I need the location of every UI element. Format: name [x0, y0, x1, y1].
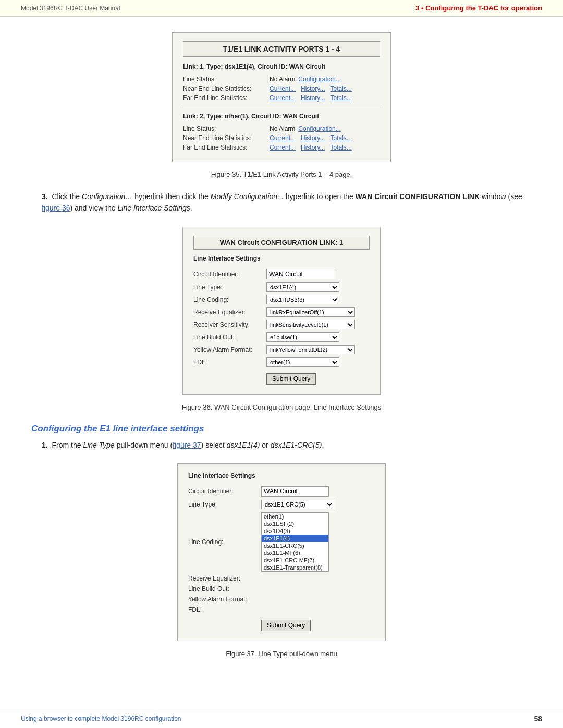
fig37-yellow-alarm-label: Yellow Alarm Format: — [188, 594, 261, 604]
step3-wan-bold: WAN Circuit CONFIGURATION LINK — [356, 192, 480, 201]
figure37-box: Line Interface Settings Circuit Identifi… — [177, 463, 386, 641]
dropdown-option-esf[interactable]: dsx1ESF(2) — [262, 520, 328, 527]
figure36-caption: Figure 36. WAN Circuit Configuration pag… — [31, 403, 532, 411]
figure35-title: T1/E1 LINK ACTIVITY PORTS 1 - 4 — [183, 41, 380, 57]
step3-config-italic: Configuration… — [82, 192, 132, 201]
figure36-container: WAN Circuit CONFIGURATION LINK: 1 Line I… — [31, 227, 532, 400]
link1-no-alarm: No Alarm — [270, 76, 295, 83]
link2-far-totals-link[interactable]: Totals... — [330, 144, 351, 151]
fdl-select[interactable]: other(1) — [266, 357, 339, 367]
line-type-label: Line Type: — [193, 281, 266, 293]
dropdown-option-e1mf6[interactable]: dsx1E1-MF(6) — [262, 549, 328, 557]
step1-container: 1. From the Line Type pull-down menu (fi… — [42, 439, 532, 451]
step3-line-settings-italic: Line Interface Settings — [118, 204, 190, 212]
step1-option2: dsx1E1-CRC(5) — [271, 441, 322, 449]
figure35-caption: Figure 35. T1/E1 Link Activity Ports 1 –… — [31, 170, 532, 178]
link2-near-totals-link[interactable]: Totals... — [330, 134, 351, 142]
step3-number: 3. — [42, 192, 48, 201]
receiver-sensitivity-select[interactable]: linkSensitivityLevel1(1) — [266, 320, 355, 329]
link1-far-current-link[interactable]: Current... — [270, 94, 296, 102]
line-build-out-select[interactable]: e1pulse(1) — [266, 332, 339, 342]
fig37-circuit-identifier-input[interactable] — [261, 486, 329, 497]
header-right-text: 3 • Configuring the T-DAC for operation — [415, 4, 542, 12]
step1-line-type-italic: Line Type — [83, 441, 114, 449]
receive-equalizer-select[interactable]: linkRxEqualizerOff(1) — [266, 307, 355, 317]
fig37-line-type-select[interactable]: dsx1E1-CRC(5) — [261, 500, 334, 509]
link1-row2-label: Near End Line Statistics: — [183, 85, 266, 92]
link1-far-history-link[interactable]: History... — [301, 94, 325, 102]
link2-row3: Far End Line Statistics: Current... Hist… — [183, 144, 380, 151]
table-row: Yellow Alarm Format: — [188, 594, 375, 604]
fig37-receive-eq-label: Receive Equalizer: — [188, 573, 261, 584]
fig37-line-type-label: Line Type: — [188, 498, 261, 511]
fig37-line-build-label: Line Build Out: — [188, 584, 261, 594]
table-row: Line Type: dsx1E1-CRC(5) — [188, 498, 375, 511]
link1-near-totals-link[interactable]: Totals... — [330, 85, 351, 92]
figure37-ref-link[interactable]: figure 37 — [173, 441, 201, 449]
dropdown-option-e1transparent8[interactable]: dsx1E1-Transparent(8) — [262, 564, 328, 571]
page-header: Model 3196RC T-DAC User Manual 3 • Confi… — [0, 0, 563, 17]
table-row: Yellow Alarm Format: linkYellowFormatDL(… — [193, 343, 370, 356]
dropdown-option-e1crc5[interactable]: dsx1E1-CRC(5) — [262, 542, 328, 549]
receiver-sensitivity-label: Receiver Sensitivity: — [193, 318, 266, 331]
main-content: T1/E1 LINK ACTIVITY PORTS 1 - 4 Link: 1,… — [0, 17, 563, 691]
fig37-line-coding-label: Line Coding: — [188, 511, 261, 573]
footer-page-number: 58 — [534, 714, 542, 723]
link2-row2-label: Near End Line Statistics: — [183, 134, 266, 142]
link2-row1-label: Line Status: — [183, 125, 266, 132]
link2-far-history-link[interactable]: History... — [301, 144, 325, 151]
link1-row3-label: Far End Line Statistics: — [183, 94, 266, 102]
link2-near-history-link[interactable]: History... — [301, 134, 325, 142]
line-coding-label: Line Coding: — [193, 293, 266, 306]
table-row: Submit Query — [193, 368, 370, 386]
dropdown-option-e1-selected[interactable]: dsx1E1(4) — [262, 535, 328, 542]
link1-near-history-link[interactable]: History... — [301, 85, 325, 92]
figure37-section: Line Interface Settings — [188, 472, 375, 479]
table-row: Receive Equalizer: linkRxEqualizerOff(1) — [193, 306, 370, 318]
yellow-alarm-select[interactable]: linkYellowFormatDL(2) — [266, 345, 355, 354]
step1-paragraph: 1. From the Line Type pull-down menu (fi… — [42, 439, 532, 451]
link1-row1-label: Line Status: — [183, 76, 266, 83]
line-type-select[interactable]: dsx1E1(4) — [266, 282, 339, 292]
step1-number: 1. — [42, 441, 48, 449]
figure36-submit-button[interactable]: Submit Query — [266, 373, 316, 385]
circuit-identifier-input[interactable] — [266, 269, 334, 279]
circuit-id-label: Circuit Identifier: — [193, 267, 266, 281]
receive-equalizer-label: Receive Equalizer: — [193, 306, 266, 318]
table-row: Line Coding: dsx1HDB3(3) — [193, 293, 370, 306]
table-row: FDL: other(1) — [193, 356, 370, 368]
yellow-alarm-label: Yellow Alarm Format: — [193, 343, 266, 356]
table-row: FDL: — [188, 604, 375, 615]
link2-far-current-link[interactable]: Current... — [270, 144, 296, 151]
figure36-ref-link[interactable]: figure 36 — [42, 204, 70, 212]
link1-far-totals-link[interactable]: Totals... — [330, 94, 351, 102]
dropdown-option-d4[interactable]: dsx1D4(3) — [262, 527, 328, 535]
link2-row1: Line Status: No Alarm Configuration... — [183, 125, 380, 132]
table-row: Circuit Identifier: — [188, 485, 375, 498]
fig37-line-type-dropdown[interactable]: other(1) dsx1ESF(2) dsx1D4(3) dsx1E1(4) … — [261, 512, 329, 572]
figure37-submit-button[interactable]: Submit Query — [261, 620, 311, 631]
table-row: Receiver Sensitivity: linkSensitivityLev… — [193, 318, 370, 331]
link1-row2: Near End Line Statistics: Current... His… — [183, 85, 380, 92]
figure37-caption: Figure 37. Line Type pull-down menu — [31, 650, 532, 658]
line-coding-select[interactable]: dsx1HDB3(3) — [266, 295, 339, 304]
link2-near-current-link[interactable]: Current... — [270, 134, 296, 142]
link1-near-current-link[interactable]: Current... — [270, 85, 296, 92]
link1-configuration-link[interactable]: Configuration... — [298, 76, 340, 83]
line-build-out-label: Line Build Out: — [193, 331, 266, 343]
figure35-container: T1/E1 LINK ACTIVITY PORTS 1 - 4 Link: 1,… — [31, 32, 532, 167]
link1-row1: Line Status: No Alarm Configuration... — [183, 76, 380, 83]
step3-modify-italic: Modify Configuration... — [211, 192, 284, 201]
table-row: Line Type: dsx1E1(4) — [193, 281, 370, 293]
dropdown-option-e1crcmf7[interactable]: dsx1E1-CRC-MF(7) — [262, 557, 328, 564]
fig37-fdl-label: FDL: — [188, 604, 261, 615]
link2-row2: Near End Line Statistics: Current... His… — [183, 134, 380, 142]
table-row: Receive Equalizer: — [188, 573, 375, 584]
figure37-container: Line Interface Settings Circuit Identifi… — [31, 463, 532, 647]
link1-subtitle: Link: 1, Type: dsx1E1(4), Circuit ID: WA… — [183, 63, 380, 70]
link2-subtitle: Link: 2, Type: other(1), Circuit ID: WAN… — [183, 113, 380, 120]
link2-configuration-link[interactable]: Configuration... — [298, 125, 340, 132]
page-footer: Using a browser to complete Model 3196RC… — [0, 709, 563, 728]
table-row: Circuit Identifier: — [193, 267, 370, 281]
dropdown-option-other[interactable]: other(1) — [262, 513, 328, 520]
